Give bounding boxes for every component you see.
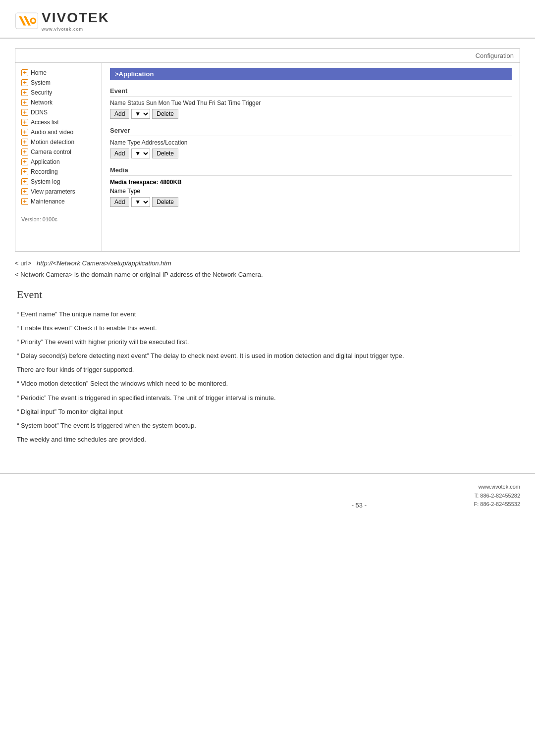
sidebar-item-label: Network (31, 99, 53, 106)
vivotek-logo-icon (15, 9, 39, 33)
plus-icon: + (21, 129, 28, 136)
sidebar-item-view-parameters[interactable]: + View parameters (15, 187, 102, 197)
footer-phone: T: 886-2-82455282 (474, 492, 520, 501)
logo-tagline: www.vivotek.com (42, 27, 109, 32)
sidebar-item-label: Access list (31, 119, 59, 126)
server-section-title: Server (110, 127, 512, 136)
doc-para-3: “ Delay second(s) before detecting next … (17, 351, 518, 361)
note-line: < Network Camera> is the domain name or … (15, 271, 520, 278)
url-line: < url> http://<Network Camera>/setup/app… (15, 259, 520, 267)
doc-para-8: “ System boot” The event is triggered wh… (17, 420, 518, 431)
doc-para-2: “ Priority” The event with higher priori… (17, 337, 518, 348)
doc-title: Event (17, 288, 518, 301)
sidebar-item-application[interactable]: + Application (15, 157, 102, 167)
footer-content: - 53 - www.vivotek.com T: 886-2-82455282… (0, 479, 535, 513)
media-name-type: Name Type (110, 188, 512, 195)
media-dropdown[interactable]: ▼ (131, 197, 150, 207)
sidebar-item-security[interactable]: + Security (15, 88, 102, 98)
plus-icon: + (21, 99, 28, 106)
sidebar-item-label: Motion detection (31, 139, 74, 146)
sidebar: + Home + System + Security + Network + (15, 63, 102, 251)
sidebar-item-maintenance[interactable]: + Maintenance (15, 197, 102, 206)
media-add-button[interactable]: Add (110, 197, 129, 207)
url-value: http://<Network Camera>/setup/applicatio… (37, 259, 171, 267)
footer-website: www.vivotek.com (474, 483, 520, 492)
sidebar-item-access-list[interactable]: + Access list (15, 117, 102, 127)
event-add-button[interactable]: Add (110, 109, 129, 119)
media-actions: Add ▼ Delete (110, 197, 512, 207)
sidebar-item-system[interactable]: + System (15, 78, 102, 88)
plus-icon: + (21, 198, 28, 205)
sidebar-item-label: DDNS (31, 109, 48, 116)
sidebar-item-label: System (31, 79, 51, 86)
page-breadcrumb: >Application (110, 68, 512, 80)
plus-icon: + (21, 69, 28, 76)
event-section: Event Name Status Sun Mon Tue Wed Thu Fr… (110, 87, 512, 119)
page-number: - 53 - (244, 502, 474, 509)
plus-icon: + (21, 119, 28, 126)
url-prefix: < url> (15, 259, 31, 267)
logo-text: VIVOTEK (42, 10, 109, 26)
sidebar-item-label: Security (31, 89, 52, 96)
sidebar-item-label: Application (31, 158, 60, 165)
server-dropdown[interactable]: ▼ (131, 149, 150, 158)
svg-point-4 (32, 19, 35, 22)
top-header: VIVOTEK www.vivotek.com (0, 0, 535, 39)
plus-icon: + (21, 89, 28, 96)
page-content: >Application Event Name Status Sun Mon T… (102, 63, 520, 251)
sidebar-item-label: System log (31, 178, 60, 185)
server-table-header: Name Type Address/Location (110, 139, 512, 146)
footer-contact: www.vivotek.com T: 886-2-82455282 F: 886… (474, 483, 520, 509)
sidebar-item-ddns[interactable]: + DDNS (15, 107, 102, 117)
main-content: Configuration + Home + System + Security… (0, 39, 535, 458)
sidebar-item-system-log[interactable]: + System log (15, 177, 102, 187)
logo-text-block: VIVOTEK www.vivotek.com (42, 10, 109, 32)
sidebar-item-label: View parameters (31, 188, 75, 195)
config-panel: Configuration + Home + System + Security… (15, 49, 520, 252)
plus-icon: + (21, 178, 28, 185)
doc-para-6: “ Periodic” The event is triggered in sp… (17, 393, 518, 403)
server-actions: Add ▼ Delete (110, 149, 512, 158)
doc-content: Event “ Event name” The unique name for … (15, 288, 520, 445)
plus-icon: + (21, 158, 28, 165)
plus-icon: + (21, 188, 28, 195)
sidebar-item-recording[interactable]: + Recording (15, 167, 102, 177)
server-section: Server Name Type Address/Location Add ▼ … (110, 127, 512, 158)
sidebar-item-motion-detection[interactable]: + Motion detection (15, 137, 102, 147)
sidebar-item-label: Camera control (31, 149, 71, 155)
sidebar-item-network[interactable]: + Network (15, 98, 102, 107)
footer-separator: - 53 - www.vivotek.com T: 886-2-82455282… (0, 473, 535, 513)
plus-icon: + (21, 79, 28, 86)
sidebar-item-label: Maintenance (31, 198, 65, 205)
sidebar-item-home[interactable]: + Home (15, 68, 102, 78)
sidebar-item-label: Audio and video (31, 129, 73, 136)
doc-para-1: “ Enable this event” Check it to enable … (17, 323, 518, 334)
doc-para-7: “ Digital input” To monitor digital inpu… (17, 406, 518, 417)
footer-fax: F: 886-2-82455532 (474, 500, 520, 509)
server-add-button[interactable]: Add (110, 149, 129, 158)
event-dropdown[interactable]: ▼ (131, 109, 150, 119)
logo-area: VIVOTEK www.vivotek.com (15, 9, 520, 33)
plus-icon: + (21, 109, 28, 116)
plus-icon: + (21, 168, 28, 175)
version-text: Version: 0100c (15, 211, 102, 227)
event-delete-button[interactable]: Delete (152, 109, 178, 119)
sidebar-item-label: Recording (31, 168, 58, 175)
plus-icon: + (21, 149, 28, 155)
doc-para-4: There are four kinds of trigger supporte… (17, 364, 518, 375)
sidebar-item-camera-control[interactable]: + Camera control (15, 147, 102, 157)
doc-para-5: “ Video motion detection” Select the win… (17, 378, 518, 389)
sidebar-item-label: Home (31, 69, 47, 76)
doc-para-0: “ Event name” The unique name for event (17, 309, 518, 320)
media-section: Media Media freespace: 4800KB Name Type … (110, 166, 512, 207)
config-panel-header: Configuration (15, 49, 520, 63)
event-section-title: Event (110, 87, 512, 97)
event-actions: Add ▼ Delete (110, 109, 512, 119)
sidebar-item-audio-video[interactable]: + Audio and video (15, 127, 102, 137)
event-table-header: Name Status Sun Mon Tue Wed Thu Fri Sat … (110, 100, 512, 106)
plus-icon: + (21, 139, 28, 146)
media-section-title: Media (110, 166, 512, 176)
server-delete-button[interactable]: Delete (152, 149, 178, 158)
media-delete-button[interactable]: Delete (152, 197, 178, 207)
config-label: Configuration (476, 52, 514, 59)
